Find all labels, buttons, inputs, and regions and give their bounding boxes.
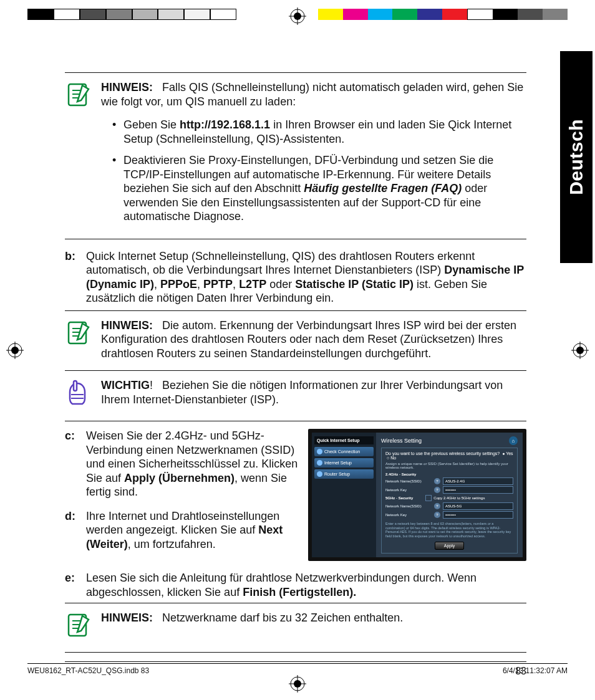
note-label: HINWEIS: [101,319,153,332]
registration-mark-icon [571,342,589,359]
footer-timestamp: 6/4/13 11:32:07 AM [503,666,568,675]
note-text: Die autom. Erkennung der Verbindungsart … [101,319,516,360]
note-icon [65,80,101,112]
note-icon [65,319,101,361]
step-text: Ihre Internet und Drahtloseinstel­lungen… [86,509,299,552]
note-label: HINWEIS: [101,611,153,624]
wizard-step: Internet Setup [314,458,374,467]
note-text: Falls QIS (Schnelleinstellung) nicht aut… [101,81,523,108]
wizard-step: Check Connection [314,447,374,456]
color-bar-right [318,9,568,20]
note-label: HINWEIS: [101,81,153,93]
print-footer: WEU8162_RT-AC52U_QSG.indb 83 6/4/13 11:3… [27,663,568,675]
important-icon [65,378,101,411]
note-icon [65,611,101,642]
language-tab: Deutsch [560,51,593,263]
language-label: Deutsch [566,119,587,195]
registration-mark-icon [289,675,306,693]
important-label: WICHTIG [101,379,150,391]
bullet-text: Geben Sie http://192.168.1.1 in Ihren Br… [123,118,526,146]
footer-file: WEU8162_RT-AC52U_QSG.indb 83 [27,666,149,675]
color-bar-left [27,9,236,20]
step-letter: d: [65,509,86,552]
bullet-text: Deaktivieren Sie Proxy-Einstellungen, DF… [123,153,526,224]
step-letter: b: [65,249,86,305]
step-text: Weisen Sie der 2.4GHz- und 5GHz-Verbindu… [86,429,299,499]
note-text: Netzwerkname darf bis zu 32 Zeichen enth… [162,611,403,624]
wizard-step: Router Setup [314,469,374,479]
step-text: Lesen Sie sich die Anleitung für drahtlo… [86,571,526,599]
bullet-icon: • [112,118,123,146]
bullet-icon: • [112,153,123,224]
home-icon: ⌂ [509,436,518,445]
important-text: Beziehen Sie die nötigen Informationen z… [101,379,503,406]
registration-mark-icon [289,7,306,25]
page-content: HINWEIS: Falls QIS (Schnelleinstellung) … [65,72,526,677]
router-screenshot: Quick Internet Setup Check Connection In… [308,429,526,561]
apply-button: Apply [435,542,465,550]
registration-mark-icon [6,342,24,359]
step-letter: c: [65,429,86,499]
step-letter: e: [65,571,86,599]
step-text: Quick Internet Setup (Schnelleinstellung… [86,249,526,305]
svg-rect-18 [74,381,77,391]
